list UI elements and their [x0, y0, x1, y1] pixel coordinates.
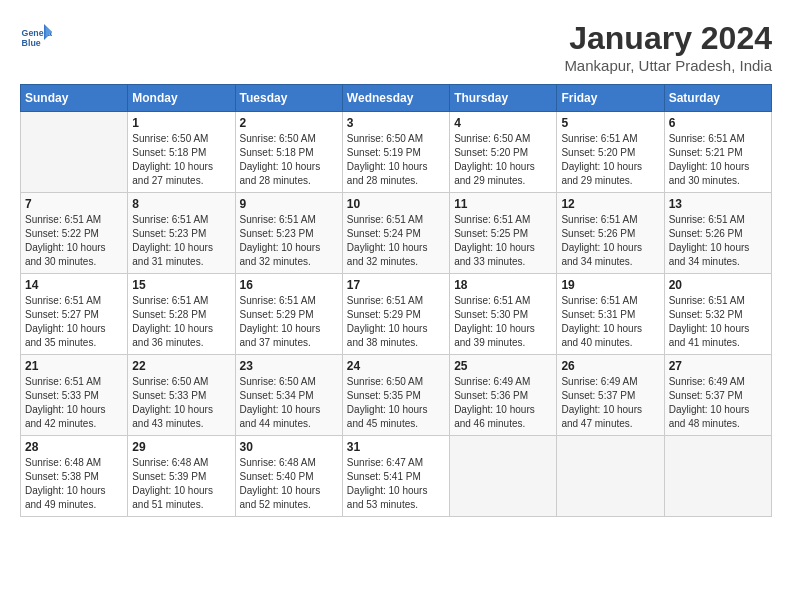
day-number: 31 [347, 440, 445, 454]
calendar-table: SundayMondayTuesdayWednesdayThursdayFrid… [20, 84, 772, 517]
weekday-header-sunday: Sunday [21, 85, 128, 112]
day-info: Sunrise: 6:49 AMSunset: 5:36 PMDaylight:… [454, 375, 552, 431]
calendar-cell: 3Sunrise: 6:50 AMSunset: 5:19 PMDaylight… [342, 112, 449, 193]
day-info: Sunrise: 6:51 AMSunset: 5:21 PMDaylight:… [669, 132, 767, 188]
day-info: Sunrise: 6:51 AMSunset: 5:25 PMDaylight:… [454, 213, 552, 269]
calendar-cell: 18Sunrise: 6:51 AMSunset: 5:30 PMDayligh… [450, 274, 557, 355]
calendar-cell: 5Sunrise: 6:51 AMSunset: 5:20 PMDaylight… [557, 112, 664, 193]
day-info: Sunrise: 6:50 AMSunset: 5:18 PMDaylight:… [132, 132, 230, 188]
weekday-header-friday: Friday [557, 85, 664, 112]
location: Mankapur, Uttar Pradesh, India [564, 57, 772, 74]
title-area: January 2024 Mankapur, Uttar Pradesh, In… [564, 20, 772, 74]
day-info: Sunrise: 6:51 AMSunset: 5:28 PMDaylight:… [132, 294, 230, 350]
calendar-week-1: 7Sunrise: 6:51 AMSunset: 5:22 PMDaylight… [21, 193, 772, 274]
day-number: 6 [669, 116, 767, 130]
calendar-cell: 16Sunrise: 6:51 AMSunset: 5:29 PMDayligh… [235, 274, 342, 355]
calendar-cell: 21Sunrise: 6:51 AMSunset: 5:33 PMDayligh… [21, 355, 128, 436]
calendar-cell: 27Sunrise: 6:49 AMSunset: 5:37 PMDayligh… [664, 355, 771, 436]
day-number: 26 [561, 359, 659, 373]
calendar-cell: 6Sunrise: 6:51 AMSunset: 5:21 PMDaylight… [664, 112, 771, 193]
day-number: 24 [347, 359, 445, 373]
day-info: Sunrise: 6:51 AMSunset: 5:23 PMDaylight:… [240, 213, 338, 269]
calendar-cell: 2Sunrise: 6:50 AMSunset: 5:18 PMDaylight… [235, 112, 342, 193]
day-number: 3 [347, 116, 445, 130]
calendar-cell: 29Sunrise: 6:48 AMSunset: 5:39 PMDayligh… [128, 436, 235, 517]
calendar-week-2: 14Sunrise: 6:51 AMSunset: 5:27 PMDayligh… [21, 274, 772, 355]
day-info: Sunrise: 6:49 AMSunset: 5:37 PMDaylight:… [669, 375, 767, 431]
day-info: Sunrise: 6:50 AMSunset: 5:20 PMDaylight:… [454, 132, 552, 188]
calendar-cell: 25Sunrise: 6:49 AMSunset: 5:36 PMDayligh… [450, 355, 557, 436]
day-number: 11 [454, 197, 552, 211]
page-header: General Blue January 2024 Mankapur, Utta… [20, 20, 772, 74]
day-info: Sunrise: 6:50 AMSunset: 5:18 PMDaylight:… [240, 132, 338, 188]
calendar-cell: 31Sunrise: 6:47 AMSunset: 5:41 PMDayligh… [342, 436, 449, 517]
calendar-cell: 7Sunrise: 6:51 AMSunset: 5:22 PMDaylight… [21, 193, 128, 274]
calendar-cell: 26Sunrise: 6:49 AMSunset: 5:37 PMDayligh… [557, 355, 664, 436]
day-number: 7 [25, 197, 123, 211]
day-number: 18 [454, 278, 552, 292]
weekday-header-saturday: Saturday [664, 85, 771, 112]
day-info: Sunrise: 6:51 AMSunset: 5:22 PMDaylight:… [25, 213, 123, 269]
day-info: Sunrise: 6:47 AMSunset: 5:41 PMDaylight:… [347, 456, 445, 512]
day-number: 20 [669, 278, 767, 292]
weekday-header-tuesday: Tuesday [235, 85, 342, 112]
calendar-cell: 19Sunrise: 6:51 AMSunset: 5:31 PMDayligh… [557, 274, 664, 355]
day-info: Sunrise: 6:48 AMSunset: 5:39 PMDaylight:… [132, 456, 230, 512]
day-number: 28 [25, 440, 123, 454]
calendar-cell: 30Sunrise: 6:48 AMSunset: 5:40 PMDayligh… [235, 436, 342, 517]
calendar-cell [450, 436, 557, 517]
calendar-week-4: 28Sunrise: 6:48 AMSunset: 5:38 PMDayligh… [21, 436, 772, 517]
day-number: 5 [561, 116, 659, 130]
svg-text:Blue: Blue [22, 38, 41, 48]
calendar-cell: 17Sunrise: 6:51 AMSunset: 5:29 PMDayligh… [342, 274, 449, 355]
day-number: 30 [240, 440, 338, 454]
calendar-cell: 24Sunrise: 6:50 AMSunset: 5:35 PMDayligh… [342, 355, 449, 436]
day-number: 23 [240, 359, 338, 373]
day-number: 15 [132, 278, 230, 292]
day-info: Sunrise: 6:50 AMSunset: 5:33 PMDaylight:… [132, 375, 230, 431]
day-number: 25 [454, 359, 552, 373]
calendar-cell: 11Sunrise: 6:51 AMSunset: 5:25 PMDayligh… [450, 193, 557, 274]
day-info: Sunrise: 6:51 AMSunset: 5:29 PMDaylight:… [240, 294, 338, 350]
day-number: 1 [132, 116, 230, 130]
weekday-header-wednesday: Wednesday [342, 85, 449, 112]
calendar-cell: 8Sunrise: 6:51 AMSunset: 5:23 PMDaylight… [128, 193, 235, 274]
day-number: 12 [561, 197, 659, 211]
day-number: 2 [240, 116, 338, 130]
day-info: Sunrise: 6:50 AMSunset: 5:34 PMDaylight:… [240, 375, 338, 431]
calendar-cell [557, 436, 664, 517]
calendar-week-3: 21Sunrise: 6:51 AMSunset: 5:33 PMDayligh… [21, 355, 772, 436]
calendar-cell: 15Sunrise: 6:51 AMSunset: 5:28 PMDayligh… [128, 274, 235, 355]
day-info: Sunrise: 6:51 AMSunset: 5:26 PMDaylight:… [561, 213, 659, 269]
day-info: Sunrise: 6:51 AMSunset: 5:27 PMDaylight:… [25, 294, 123, 350]
day-number: 19 [561, 278, 659, 292]
calendar-cell: 14Sunrise: 6:51 AMSunset: 5:27 PMDayligh… [21, 274, 128, 355]
day-info: Sunrise: 6:51 AMSunset: 5:26 PMDaylight:… [669, 213, 767, 269]
calendar-cell: 9Sunrise: 6:51 AMSunset: 5:23 PMDaylight… [235, 193, 342, 274]
day-number: 27 [669, 359, 767, 373]
day-info: Sunrise: 6:51 AMSunset: 5:23 PMDaylight:… [132, 213, 230, 269]
calendar-cell: 12Sunrise: 6:51 AMSunset: 5:26 PMDayligh… [557, 193, 664, 274]
calendar-cell: 4Sunrise: 6:50 AMSunset: 5:20 PMDaylight… [450, 112, 557, 193]
calendar-cell: 23Sunrise: 6:50 AMSunset: 5:34 PMDayligh… [235, 355, 342, 436]
day-number: 29 [132, 440, 230, 454]
calendar-week-0: 1Sunrise: 6:50 AMSunset: 5:18 PMDaylight… [21, 112, 772, 193]
logo-icon: General Blue [20, 20, 52, 52]
day-number: 4 [454, 116, 552, 130]
logo: General Blue [20, 20, 52, 52]
day-info: Sunrise: 6:50 AMSunset: 5:35 PMDaylight:… [347, 375, 445, 431]
day-number: 10 [347, 197, 445, 211]
day-number: 14 [25, 278, 123, 292]
calendar-cell: 20Sunrise: 6:51 AMSunset: 5:32 PMDayligh… [664, 274, 771, 355]
day-info: Sunrise: 6:51 AMSunset: 5:30 PMDaylight:… [454, 294, 552, 350]
day-info: Sunrise: 6:48 AMSunset: 5:40 PMDaylight:… [240, 456, 338, 512]
day-info: Sunrise: 6:51 AMSunset: 5:33 PMDaylight:… [25, 375, 123, 431]
day-info: Sunrise: 6:51 AMSunset: 5:20 PMDaylight:… [561, 132, 659, 188]
calendar-cell: 10Sunrise: 6:51 AMSunset: 5:24 PMDayligh… [342, 193, 449, 274]
calendar-cell [21, 112, 128, 193]
day-info: Sunrise: 6:50 AMSunset: 5:19 PMDaylight:… [347, 132, 445, 188]
day-number: 17 [347, 278, 445, 292]
calendar-cell: 28Sunrise: 6:48 AMSunset: 5:38 PMDayligh… [21, 436, 128, 517]
day-number: 13 [669, 197, 767, 211]
day-number: 8 [132, 197, 230, 211]
